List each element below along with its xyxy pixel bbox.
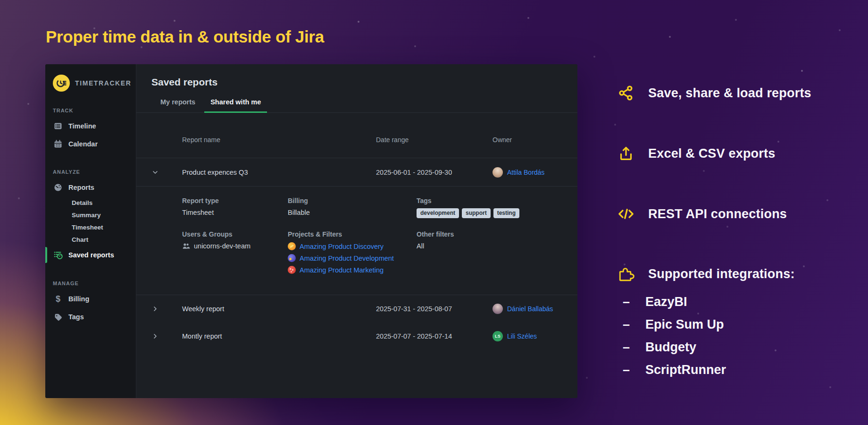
sidebar-label-calendar: Calendar (68, 140, 98, 148)
sidebar-item-reports[interactable]: Reports (45, 178, 136, 196)
main-title: Saved reports (151, 76, 577, 88)
table-row[interactable]: Montly report 2025-07-07 - 2025-07-14 LS… (136, 323, 577, 350)
column-header-name: Report name (182, 136, 376, 144)
export-icon (616, 144, 636, 163)
owner-link[interactable]: Dániel Ballabás (507, 305, 553, 313)
report-name: Weekly report (182, 305, 376, 313)
billing-label: Billing (288, 197, 417, 204)
timeline-icon (53, 121, 63, 131)
feature-integrations: Supported integrations: (616, 264, 795, 284)
section-label-manage: MANAGE (53, 280, 128, 286)
sidebar-label-tags: Tags (68, 313, 84, 321)
project-avatar-discovery (288, 242, 296, 250)
integration-item: – EazyBI (623, 295, 726, 309)
share-icon (616, 83, 636, 103)
integration-label: ScriptRunner (645, 363, 726, 377)
owner-link[interactable]: Attila Bordás (507, 169, 544, 176)
star-field (0, 0, 2, 2)
report-name: Montly report (182, 332, 376, 340)
users-icon (182, 242, 190, 250)
projects-filters-label: Projects & Filters (288, 230, 417, 238)
puzzle-icon (616, 264, 636, 284)
report-date-range: 2025-06-01 - 2025-09-30 (376, 169, 492, 176)
feature-exports: Excel & CSV exports (616, 143, 775, 164)
tab-bar: My reports Shared with me (136, 94, 577, 113)
project-link[interactable]: Amazing Product Discovery (300, 243, 384, 250)
sidebar-item-timeline[interactable]: Timeline (45, 117, 136, 135)
sidebar-item-billing[interactable]: $ Billing (45, 290, 136, 308)
timetracker-logo-icon (53, 75, 70, 92)
project-avatar-marketing (288, 266, 296, 274)
avatar: LS (492, 331, 503, 341)
report-type-value: Timesheet (182, 209, 288, 216)
sidebar-item-tags[interactable]: Tags (45, 308, 136, 326)
project-link[interactable]: Amazing Product Development (300, 255, 394, 262)
column-header-owner: Owner (492, 136, 577, 144)
brand-name: TIMETRACKER (75, 79, 131, 87)
calendar-icon (53, 139, 63, 149)
reports-gauge-icon (53, 183, 63, 192)
feature-label: Supported integrations: (648, 267, 795, 281)
sidebar: TIMETRACKER TRACK Timeline (45, 64, 136, 398)
brand-row: TIMETRACKER (45, 64, 136, 92)
saved-reports-icon (53, 250, 63, 260)
report-name: Product expences Q3 (182, 169, 376, 176)
tab-my-reports[interactable]: My reports (154, 94, 201, 113)
integrations-list: – EazyBI – Epic Sum Up – Budgety – Scrip… (623, 295, 726, 377)
chevron-right-icon[interactable] (150, 332, 160, 341)
tab-shared-with-me[interactable]: Shared with me (204, 94, 267, 113)
sidebar-item-saved-reports[interactable]: Saved reports (45, 246, 136, 264)
feature-save-share: Save, share & load reports (616, 83, 811, 103)
chevron-right-icon[interactable] (150, 304, 160, 314)
report-date-range: 2025-07-07 - 2025-07-14 (376, 332, 492, 340)
bullet-dash: – (623, 363, 630, 377)
sidebar-item-calendar[interactable]: Calendar (45, 135, 136, 153)
billing-value: Billable (288, 209, 417, 216)
bullet-dash: – (623, 340, 630, 355)
sidebar-label-saved-reports: Saved reports (68, 251, 114, 259)
project-avatar-development (288, 254, 296, 262)
tags-label: Tags (417, 197, 563, 204)
feature-label: Excel & CSV exports (648, 146, 775, 161)
sidebar-item-timesheet[interactable]: Timesheet (45, 221, 136, 233)
sidebar-item-summary[interactable]: Summary (45, 209, 136, 221)
other-filters-label: Other filters (417, 230, 563, 238)
users-groups-value: unicorns-dev-team (194, 242, 250, 250)
avatar (492, 304, 503, 314)
tag-pill: testing (493, 208, 519, 218)
integration-label: Budgety (645, 340, 696, 355)
timetracker-app-window: TIMETRACKER TRACK Timeline (45, 64, 577, 398)
report-date-range: 2025-07-31 - 2025-08-07 (376, 305, 492, 313)
project-link[interactable]: Amazing Product Marketing (300, 266, 384, 274)
table-row[interactable]: Weekly report 2025-07-31 - 2025-08-07 Dá… (136, 295, 577, 323)
page-title: Proper time data in & outside of Jira (46, 27, 324, 46)
bullet-dash: – (623, 295, 630, 309)
table-header-row: Report name Date range Owner (136, 113, 577, 158)
sidebar-item-chart[interactable]: Chart (45, 233, 136, 246)
section-label-analyze: ANALYZE (53, 169, 128, 175)
integration-item: – Epic Sum Up (623, 317, 726, 332)
tag-pill: development (417, 208, 459, 218)
sidebar-label-billing: Billing (68, 295, 89, 303)
integration-label: EazyBI (645, 295, 687, 309)
other-filters-value: All (417, 242, 563, 250)
column-header-date: Date range (376, 136, 492, 144)
tag-pill: support (462, 208, 491, 218)
report-type-label: Report type (182, 197, 288, 204)
feature-label: REST API connections (648, 207, 787, 221)
section-label-track: TRACK (53, 108, 128, 113)
avatar (492, 167, 503, 178)
integration-label: Epic Sum Up (645, 317, 724, 332)
sidebar-label-timeline: Timeline (68, 122, 96, 130)
integration-item: – Budgety (623, 340, 726, 355)
code-icon (616, 204, 636, 224)
sidebar-label-reports: Reports (68, 184, 94, 191)
users-groups-label: Users & Groups (182, 230, 288, 238)
billing-dollar-icon: $ (53, 294, 63, 304)
sidebar-item-details[interactable]: Details (45, 196, 136, 209)
expanded-report-details: Report type Timesheet Billing Billable T… (136, 187, 577, 295)
table-row[interactable]: Product expences Q3 2025-06-01 - 2025-09… (136, 158, 577, 187)
bullet-dash: – (623, 317, 630, 332)
owner-link[interactable]: Lili Széles (507, 332, 537, 340)
chevron-down-icon[interactable] (150, 168, 160, 177)
